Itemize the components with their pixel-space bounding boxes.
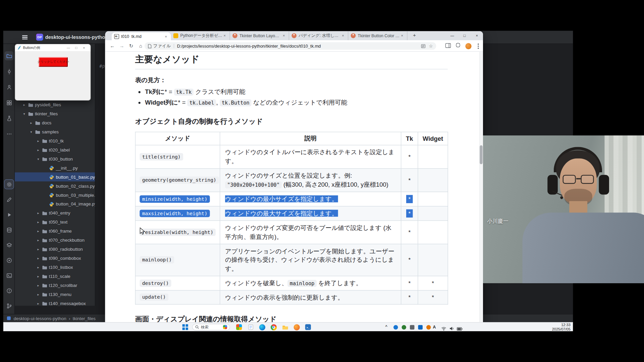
taskbar-clock[interactable]: 12:33 2025/07/05	[552, 323, 571, 331]
tree-chevron-icon[interactable]: ▸	[35, 275, 41, 278]
tree-chevron-icon[interactable]: ▸	[28, 121, 34, 125]
tree-item-t040_entry[interactable]: ▸t040_entry	[15, 208, 95, 218]
ime-indicator[interactable]: A	[433, 325, 436, 329]
app-orange-icon[interactable]	[293, 324, 300, 330]
profile-avatar[interactable]	[465, 43, 471, 49]
bookmark-star-icon[interactable]: ☆	[429, 43, 433, 49]
commit-tool-icon[interactable]	[4, 67, 13, 76]
app-colorful-icon[interactable]	[236, 324, 243, 330]
tree-chevron-icon[interactable]: ▾	[21, 112, 27, 116]
tree-chevron-icon[interactable]: ▸	[35, 229, 41, 233]
forward-button[interactable]: →	[117, 43, 126, 49]
tree-item-t080_radiobutton[interactable]: ▸t080_radiobutton	[15, 245, 95, 254]
packages-icon[interactable]	[4, 98, 13, 107]
settings-gear-icon[interactable]	[4, 180, 13, 189]
file-explorer-icon[interactable]	[282, 324, 288, 330]
tree-item-button_02_class.py[interactable]: button_02_class.py	[15, 181, 95, 190]
terminal-icon[interactable]	[4, 271, 13, 280]
tree-item-t140_messagebox[interactable]: ▸t140_messagebox	[15, 299, 95, 306]
tree-item-t070_checkbutton[interactable]: ▸t070_checkbutton	[15, 236, 95, 245]
page-scrollbar[interactable]	[479, 52, 483, 322]
tree-chevron-icon[interactable]: ▸	[35, 148, 41, 152]
tk-minimize-button[interactable]: —	[64, 46, 72, 50]
more-tools-icon[interactable]	[4, 129, 13, 138]
tk-maximize-button[interactable]: □	[72, 46, 80, 50]
tree-item-t020_label[interactable]: ▸t020_label	[15, 145, 95, 154]
version-control-icon[interactable]	[4, 301, 13, 310]
tkinter-window[interactable]: Buttonの例 — □ × クリックしてください	[15, 44, 91, 101]
tray-icon-5[interactable]	[426, 325, 431, 329]
back-button[interactable]: ←	[108, 43, 117, 49]
hidden-icons-chevron[interactable]: ^	[385, 325, 387, 329]
address-bar[interactable]: ファイル D:/projects/lessons/desktop-ui-less…	[145, 42, 436, 50]
tray-icon-4[interactable]	[418, 325, 423, 329]
run-icon[interactable]	[4, 210, 13, 219]
services-icon[interactable]	[4, 114, 13, 123]
minimize-button[interactable]: —	[446, 31, 459, 40]
browser-tab-5[interactable]: *Tkinter Button Color Padding×	[348, 31, 407, 40]
tree-item-t090_combobox[interactable]: ▸t090_combobox	[15, 254, 95, 263]
browser-tab-4[interactable]: *パディング: 水増しの語源 - Claude×	[289, 31, 348, 40]
app-notepad-icon[interactable]	[247, 324, 254, 330]
reader-mode-icon[interactable]	[421, 44, 425, 48]
problems-icon[interactable]	[4, 286, 13, 295]
tree-item-t010_tk[interactable]: ▸t010_tk	[15, 136, 95, 145]
layers-icon[interactable]	[4, 241, 13, 250]
tree-item-t050_text[interactable]: ▸t050_text	[15, 218, 95, 227]
chrome-icon[interactable]	[270, 324, 277, 330]
tree-item-button_01_basic.py[interactable]: button_01_basic.py	[15, 172, 95, 181]
battery-icon[interactable]	[457, 325, 463, 333]
new-tab-button[interactable]: +	[411, 32, 418, 40]
tree-item-t100_listbox[interactable]: ▸t100_listbox	[15, 263, 95, 272]
breadcrumb-module[interactable]: tkinter_files	[73, 316, 96, 321]
close-button[interactable]: ×	[471, 31, 483, 40]
tree-item-pyside6_files[interactable]: ▸pyside6_files	[15, 100, 95, 109]
tree-item-tkinter_files[interactable]: ▾tkinter_files	[15, 109, 95, 118]
tree-chevron-icon[interactable]: ▸	[35, 292, 41, 296]
run-anything-icon[interactable]	[4, 256, 13, 265]
maximize-button[interactable]: □	[459, 31, 471, 40]
tab-close-icon[interactable]: ×	[163, 34, 168, 38]
taskbar-search[interactable]: 検索	[192, 324, 230, 330]
tray-icon-1[interactable]	[393, 325, 398, 329]
terminal-app-icon[interactable]: >_	[305, 324, 312, 330]
tree-item-t030_button[interactable]: ▾t030_button	[15, 154, 95, 163]
tree-chevron-icon[interactable]: ▾	[35, 157, 41, 161]
tab-close-icon[interactable]: ×	[340, 34, 345, 38]
tray-icon-3[interactable]	[410, 325, 414, 329]
tree-item-samples[interactable]: ▾samples	[15, 127, 95, 136]
tab-close-icon[interactable]: ×	[222, 34, 227, 38]
tree-item-t110_scale[interactable]: ▸t110_scale	[15, 272, 95, 281]
browser-tab-1[interactable]: M↓t010_tk.md×	[112, 33, 171, 40]
tree-chevron-icon[interactable]: ▸	[35, 265, 41, 269]
browser-tab-2[interactable]: Pythonデータ分析ゼミ「デスクトップ×	[171, 31, 230, 40]
extensions-puzzle-icon[interactable]	[455, 42, 461, 50]
tree-item-t060_frame[interactable]: ▸t060_frame	[15, 227, 95, 236]
tab-close-icon[interactable]: ×	[281, 34, 286, 38]
tree-item-docs[interactable]: ▸docs	[15, 118, 95, 127]
tk-red-button[interactable]: クリックしてください	[39, 57, 68, 67]
tree-chevron-icon[interactable]: ▸	[21, 103, 27, 107]
tree-chevron-icon[interactable]: ▸	[35, 256, 41, 260]
tree-chevron-icon[interactable]: ▸	[35, 238, 41, 242]
volume-icon[interactable]	[449, 325, 454, 333]
side-panel-icon[interactable]	[445, 42, 451, 50]
tk-close-button[interactable]: ×	[80, 46, 88, 50]
tree-item-button_03_multiple.py[interactable]: button_03_multiple.py	[15, 190, 95, 199]
tree-item-t130_menu[interactable]: ▸t130_menu	[15, 290, 95, 299]
tk-titlebar[interactable]: Buttonの例 — □ ×	[15, 44, 90, 52]
tree-chevron-icon[interactable]: ▸	[35, 247, 41, 251]
tree-chevron-icon[interactable]: ▸	[35, 301, 41, 305]
breadcrumb-project[interactable]: desktop-ui-lessons-python	[13, 316, 66, 321]
database-icon[interactable]	[4, 225, 13, 234]
tree-chevron-icon[interactable]: ▸	[35, 284, 41, 287]
project-tool-icon[interactable]	[4, 51, 13, 60]
home-button[interactable]: ⌂	[136, 43, 145, 49]
project-selector[interactable]: desktop-ui-lessons-python	[45, 35, 108, 40]
edit-pencil-icon[interactable]	[4, 195, 13, 204]
main-menu-icon[interactable]	[22, 35, 28, 39]
reload-button[interactable]: ↻	[126, 43, 136, 49]
browser-menu-icon[interactable]	[478, 45, 479, 47]
browser-tab-3[interactable]: *Tkinter Button Layout in Pytho×	[230, 31, 289, 40]
tray-icon-2[interactable]	[402, 325, 406, 329]
